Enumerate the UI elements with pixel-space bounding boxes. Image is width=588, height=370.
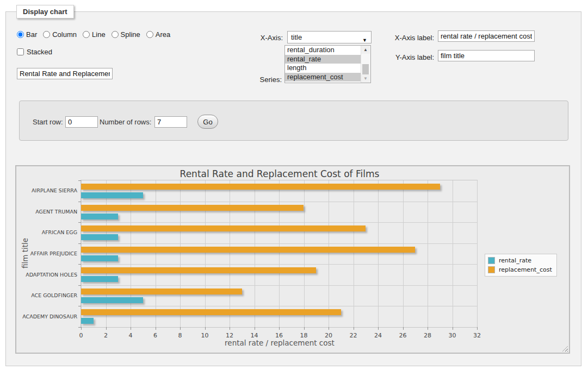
x-tick-mark: [477, 327, 478, 330]
x-axis-select[interactable]: title ▼: [287, 31, 372, 43]
y-tick-mark: [78, 264, 81, 265]
x-tick-mark: [81, 327, 82, 330]
gridline-vertical: [106, 180, 107, 327]
chevron-down-icon: ▼: [362, 35, 367, 46]
y-tick-mark: [78, 180, 81, 181]
bar-rental_rate[interactable]: [81, 192, 143, 198]
bar-replacement_cost[interactable]: [81, 247, 415, 253]
chart-title-input[interactable]: [17, 68, 113, 79]
gridline-vertical: [230, 180, 230, 327]
bar-replacement_cost[interactable]: [81, 309, 341, 315]
x-axis-label-input[interactable]: [438, 30, 535, 42]
gridline-vertical: [428, 180, 428, 327]
chart-type-label: Line: [92, 30, 106, 39]
stacked-label: Stacked: [27, 48, 52, 56]
gridline-vertical: [453, 180, 453, 327]
num-rows-caption: Number of rows:: [100, 118, 151, 126]
x-tick-mark: [354, 327, 354, 330]
stacked-option[interactable]: Stacked: [17, 48, 52, 56]
x-tick-mark: [180, 327, 181, 330]
chart-legend: rental_ratereplacement_cost: [485, 254, 557, 277]
bar-rental_rate[interactable]: [81, 297, 143, 303]
gridline-vertical: [180, 180, 181, 327]
bar-replacement_cost[interactable]: [81, 267, 316, 273]
x-tick-mark: [279, 327, 280, 330]
chart-type-column[interactable]: Column: [43, 30, 77, 39]
bar-rental_rate[interactable]: [81, 255, 118, 261]
gridline-vertical: [81, 180, 82, 327]
chart-type-label: Area: [156, 30, 170, 39]
x-tick-mark: [156, 327, 156, 330]
y-axis-label-input[interactable]: [438, 50, 535, 61]
series-option-rental_rate[interactable]: rental_rate: [285, 55, 361, 64]
gridline-vertical: [279, 180, 280, 327]
gridline-vertical: [329, 180, 329, 327]
bar-rental_rate[interactable]: [81, 318, 94, 324]
series-scrollbar[interactable]: ▲ ▼: [361, 46, 370, 83]
gridline-vertical: [255, 180, 255, 327]
x-tick-mark: [205, 327, 206, 330]
resize-handle-icon[interactable]: [562, 346, 568, 352]
x-tick-mark: [329, 327, 329, 330]
series-listbox[interactable]: rental_durationrental_ratelengthreplacem…: [284, 45, 371, 83]
gridline-vertical: [205, 180, 206, 327]
chart-type-radio-line[interactable]: [83, 31, 90, 38]
bar-replacement_cost[interactable]: [81, 289, 242, 294]
gridline-vertical: [304, 180, 305, 327]
series-options: rental_durationrental_ratelengthreplacem…: [285, 46, 370, 81]
gridline-horizontal: [81, 306, 477, 306]
bar-replacement_cost[interactable]: [81, 205, 304, 211]
chart-type-radio-bar[interactable]: [17, 31, 24, 38]
chart-type-radio-area[interactable]: [146, 31, 153, 38]
y-tick-mark: [78, 327, 81, 328]
bar-rental_rate[interactable]: [81, 214, 118, 220]
legend-item-replacement_cost: replacement_cost: [487, 265, 553, 274]
y-tick-mark: [78, 222, 81, 223]
bar-replacement_cost[interactable]: [81, 184, 440, 190]
scroll-up-icon[interactable]: ▲: [361, 46, 370, 54]
legend-label: rental_rate: [499, 257, 531, 264]
bar-replacement_cost[interactable]: [81, 225, 366, 231]
chart-type-radio-spline[interactable]: [112, 31, 119, 38]
chart-type-label: Bar: [26, 30, 37, 39]
x-tick-mark: [255, 327, 255, 330]
stacked-checkbox[interactable]: [17, 48, 24, 55]
chart-panel: Rental Rate and Replacement Cost of Film…: [15, 165, 570, 354]
category-label: AIRPLANE SIERRA: [16, 187, 77, 193]
legend-swatch-icon: [488, 266, 495, 273]
x-tick-mark: [131, 327, 131, 330]
category-label: ACADEMY DINOSAUR: [16, 313, 77, 319]
start-row-input[interactable]: [65, 116, 98, 128]
category-label: AFRICAN EGG: [16, 229, 77, 235]
chart-type-area[interactable]: Area: [146, 30, 170, 39]
x-axis-title: rental rate / replacement cost: [16, 338, 543, 347]
gridline-vertical: [378, 180, 379, 327]
x-tick-mark: [453, 327, 453, 330]
scroll-down-icon[interactable]: ▼: [361, 74, 370, 83]
x-tick-mark: [378, 327, 379, 330]
x-axis-selected-value: title: [291, 33, 302, 41]
gridline-horizontal: [81, 285, 477, 286]
gridline-horizontal: [81, 243, 477, 244]
gridline-horizontal: [81, 222, 477, 223]
chart-type-bar[interactable]: Bar: [17, 30, 37, 39]
series-option-length[interactable]: length: [285, 64, 361, 73]
chart-type-spline[interactable]: Spline: [112, 30, 140, 39]
chart-type-radio-column[interactable]: [43, 31, 50, 38]
y-axis-label-caption: Y-Axis label:: [387, 53, 434, 61]
x-tick-mark: [304, 327, 305, 330]
series-option-replacement_cost[interactable]: replacement_cost: [285, 73, 361, 82]
bar-rental_rate[interactable]: [81, 234, 118, 240]
series-option-rental_duration[interactable]: rental_duration: [285, 46, 361, 55]
scrollbar-thumb[interactable]: [362, 64, 369, 75]
rows-panel: Start row: Number of rows: Go: [19, 101, 568, 141]
legend-swatch-icon: [488, 257, 495, 264]
chart-type-group: BarColumnLineSplineArea: [17, 30, 170, 39]
y-tick-mark: [78, 285, 81, 286]
chart-type-line[interactable]: Line: [83, 30, 106, 39]
go-button[interactable]: Go: [197, 115, 218, 129]
num-rows-input[interactable]: [154, 116, 187, 128]
bar-rental_rate[interactable]: [81, 276, 118, 282]
legend-item-rental_rate: rental_rate: [487, 256, 553, 265]
x-tick-mark: [403, 327, 404, 330]
